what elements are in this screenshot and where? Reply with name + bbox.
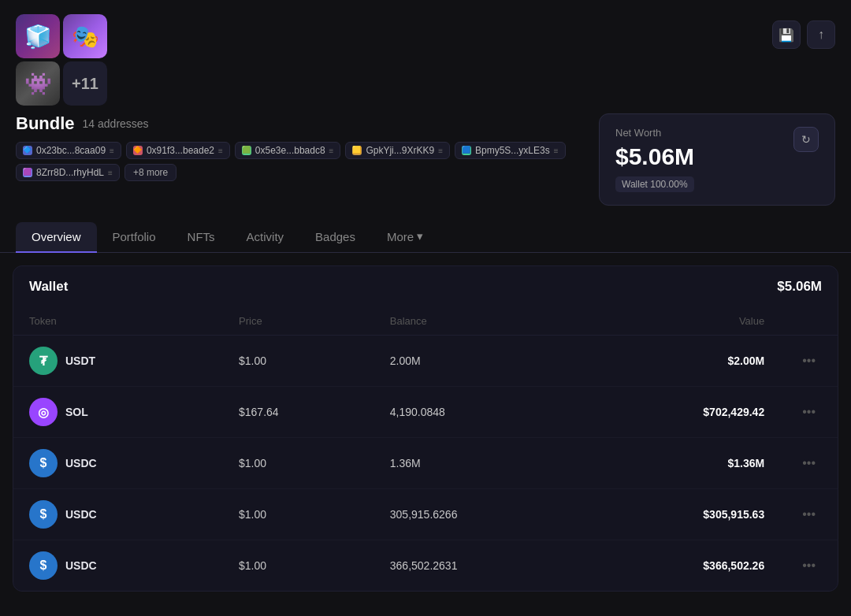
token-icon-1: ◎ xyxy=(29,398,58,426)
wallet-table-section: Wallet $5.06M Token Price Balance Value … xyxy=(13,265,838,592)
token-name-3: USDC xyxy=(65,508,97,521)
token-cell-4: $ USDC xyxy=(13,540,223,592)
col-price: Price xyxy=(223,307,374,336)
address-label-0: 0x23bc...8caa09 xyxy=(36,145,106,156)
token-name-2: USDC xyxy=(65,457,97,469)
token-name-4: USDC xyxy=(65,559,97,572)
token-value-3: $305,915.63 xyxy=(584,489,780,540)
token-actions-2: ••• xyxy=(780,438,838,489)
table-row: $ USDC $1.00 305,915.6266 $305,915.63 ••… xyxy=(13,489,838,540)
token-price-2: $1.00 xyxy=(223,438,374,489)
address-label-2: 0x5e3e...bbadc8 xyxy=(255,145,325,156)
table-body: ₮ USDT $1.00 2.00M $2.00M ••• ◎ SOL $167… xyxy=(13,336,838,592)
tab-portfolio[interactable]: Portfolio xyxy=(97,222,172,253)
copy-icon-0[interactable]: ≡ xyxy=(110,147,114,155)
avatar-group: 🧊 🎭 👾 +11 xyxy=(16,14,107,106)
avatar-1: 🧊 xyxy=(16,14,60,58)
top-actions: 💾 ↑ xyxy=(772,20,835,49)
table-header: Token Price Balance Value xyxy=(13,307,838,336)
address-chips: 🔷 0x23bc...8caa09 ≡ 🔶 0x91f3...beade2 ≡ … xyxy=(16,142,583,181)
address-label-5: 8Zrr8D...rhyHdL xyxy=(36,167,104,178)
bundle-section: Bundle 14 addresses 🔷 0x23bc...8caa09 ≡ … xyxy=(0,106,851,206)
table-row: ₮ USDT $1.00 2.00M $2.00M ••• xyxy=(13,336,838,387)
table-row: ◎ SOL $167.64 4,190.0848 $702,429.42 ••• xyxy=(13,387,838,438)
address-chip-4[interactable]: 🟦 Bpmy5S...yxLE3s ≡ xyxy=(455,142,566,159)
address-label-4: Bpmy5S...yxLE3s xyxy=(475,145,550,156)
token-actions-1: ••• xyxy=(780,387,838,438)
token-cell-2: $ USDC xyxy=(13,438,223,489)
token-balance-4: 366,502.2631 xyxy=(374,540,584,592)
address-chip-2[interactable]: 🟩 0x5e3e...bbadc8 ≡ xyxy=(235,142,341,159)
token-cell-0: ₮ USDT xyxy=(13,336,223,387)
refresh-button[interactable]: ↻ xyxy=(793,127,819,152)
share-button[interactable]: ↑ xyxy=(807,20,835,49)
token-menu-button-1[interactable]: ••• xyxy=(796,402,822,422)
token-actions-3: ••• xyxy=(780,489,838,540)
bundle-title-row: Bundle 14 addresses xyxy=(16,113,583,134)
tab-more-label: More xyxy=(387,230,414,243)
token-menu-button-4[interactable]: ••• xyxy=(796,555,822,576)
avatar-3: 👾 xyxy=(16,61,60,106)
wallet-table: Token Price Balance Value ₮ USDT $1.00 2… xyxy=(13,307,838,591)
wallet-title: Wallet xyxy=(29,279,68,295)
copy-icon-4[interactable]: ≡ xyxy=(554,147,559,155)
address-count: 14 addresses xyxy=(83,117,149,130)
tab-more[interactable]: More ▾ xyxy=(371,221,439,253)
token-cell-3: $ USDC xyxy=(13,489,223,540)
save-button[interactable]: 💾 xyxy=(772,20,801,49)
token-icon-0: ₮ xyxy=(29,347,58,375)
address-chip-0[interactable]: 🔷 0x23bc...8caa09 ≡ xyxy=(16,142,121,159)
tabs-bar: Overview Portfolio NFTs Activity Badges … xyxy=(0,221,851,253)
col-value: Value xyxy=(584,307,780,336)
tab-badges[interactable]: Badges xyxy=(299,222,371,253)
token-actions-4: ••• xyxy=(780,540,838,592)
address-label-1: 0x91f3...beade2 xyxy=(147,145,214,156)
bundle-info: Bundle 14 addresses 🔷 0x23bc...8caa09 ≡ … xyxy=(16,113,583,181)
col-actions xyxy=(780,307,838,336)
token-balance-0: 2.00M xyxy=(374,336,584,387)
token-icon-2: $ xyxy=(29,449,58,477)
address-label-3: GpkYji...9XrKK9 xyxy=(366,145,434,156)
token-balance-1: 4,190.0848 xyxy=(374,387,584,438)
token-icon-3: $ xyxy=(29,500,58,529)
address-chip-5[interactable]: 🟪 8Zrr8D...rhyHdL ≡ xyxy=(16,164,120,181)
address-chip-3[interactable]: 🟨 GpkYji...9XrKK9 ≡ xyxy=(345,142,450,159)
chevron-down-icon: ▾ xyxy=(417,229,423,243)
avatar-2: 🎭 xyxy=(63,14,107,58)
token-price-1: $167.64 xyxy=(223,387,374,438)
table-row: $ USDC $1.00 1.36M $1.36M ••• xyxy=(13,438,838,489)
tab-nfts[interactable]: NFTs xyxy=(172,222,231,253)
tab-overview[interactable]: Overview xyxy=(16,222,97,253)
token-menu-button-0[interactable]: ••• xyxy=(796,351,822,371)
wallet-total: $5.06M xyxy=(777,279,822,295)
token-menu-button-2[interactable]: ••• xyxy=(796,453,822,473)
copy-icon-1[interactable]: ≡ xyxy=(218,147,223,155)
bundle-title: Bundle xyxy=(16,113,75,134)
token-balance-3: 305,915.6266 xyxy=(374,489,584,540)
token-price-3: $1.00 xyxy=(223,489,374,540)
token-cell-1: ◎ SOL xyxy=(13,387,223,438)
token-price-4: $1.00 xyxy=(223,540,374,592)
more-addresses-button[interactable]: +8 more xyxy=(124,164,177,181)
table-row: $ USDC $1.00 366,502.2631 $366,502.26 ••… xyxy=(13,540,838,592)
net-worth-info: Net Worth $5.06M Wallet 100.00% xyxy=(615,127,694,192)
tab-activity[interactable]: Activity xyxy=(231,222,300,253)
copy-icon-2[interactable]: ≡ xyxy=(329,147,334,155)
token-name-1: SOL xyxy=(65,406,88,418)
address-chip-1[interactable]: 🔶 0x91f3...beade2 ≡ xyxy=(126,142,230,159)
col-balance: Balance xyxy=(374,307,584,336)
copy-icon-5[interactable]: ≡ xyxy=(108,169,113,177)
wallet-pct-badge: Wallet 100.00% xyxy=(615,176,694,192)
token-menu-button-3[interactable]: ••• xyxy=(796,504,822,525)
token-value-4: $366,502.26 xyxy=(584,540,780,592)
token-price-0: $1.00 xyxy=(223,336,374,387)
copy-icon-3[interactable]: ≡ xyxy=(438,147,443,155)
avatar-count: +11 xyxy=(63,61,107,106)
token-actions-0: ••• xyxy=(780,336,838,387)
net-worth-label: Net Worth xyxy=(615,127,694,139)
net-worth-card: Net Worth $5.06M Wallet 100.00% ↻ xyxy=(599,113,835,206)
col-token: Token xyxy=(13,307,223,336)
token-balance-2: 1.36M xyxy=(374,438,584,489)
token-value-0: $2.00M xyxy=(584,336,780,387)
wallet-header: Wallet $5.06M xyxy=(13,266,838,307)
